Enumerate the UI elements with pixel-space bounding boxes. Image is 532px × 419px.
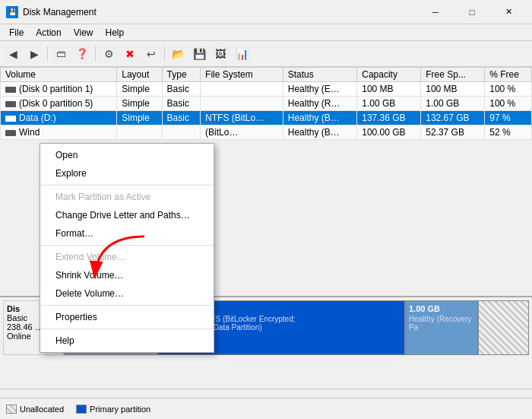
col-layout[interactable]: Layout (117, 68, 162, 82)
context-menu: OpenExploreMark Partition as ActiveChang… (40, 143, 214, 353)
table-row[interactable]: Data (D:)SimpleBasicNTFS (BitLo…Healthy … (1, 111, 532, 125)
toolbar-btn-8[interactable]: 📊 (232, 44, 252, 64)
table-cell: 52.37 GB (421, 125, 485, 140)
seg-title-2: 1.00 GB (409, 304, 474, 313)
legend-unallocated: Unallocated (6, 405, 64, 414)
table-cell: (Disk 0 partition 1) (1, 82, 117, 97)
table-cell: 1.00 GB (421, 97, 485, 111)
col-pct[interactable]: % Free (485, 68, 532, 82)
ctx-item-open[interactable]: Open (40, 146, 214, 164)
table-cell: Basic (162, 111, 201, 125)
menu-file[interactable]: File (3, 26, 30, 40)
toolbar-separator-2 (95, 46, 96, 62)
col-volume[interactable]: Volume (1, 68, 117, 82)
table-cell (162, 125, 201, 140)
ctx-item-delete[interactable]: Delete Volume… (40, 284, 214, 303)
table-cell: Wind (1, 125, 117, 140)
close-button[interactable]: ✕ (491, 0, 526, 24)
table-cell: Healthy (B… (283, 111, 357, 125)
table-cell: 1.00 GB (357, 97, 421, 111)
title-bar: 💾 Disk Management ─ □ ✕ (0, 0, 532, 24)
scrollbar-area[interactable] (0, 389, 532, 398)
table-cell: (BitLo… (201, 125, 283, 140)
menu-action[interactable]: Action (30, 26, 67, 40)
ctx-item-extend: Extend Volume… (40, 248, 214, 266)
minimize-button[interactable]: ─ (418, 0, 453, 24)
toolbar-btn-2[interactable]: ❓ (72, 44, 92, 64)
table-cell: NTFS (BitLo… (201, 111, 283, 125)
ctx-separator (40, 329, 214, 329)
back-button[interactable]: ◀ (3, 44, 23, 64)
table-cell: 100.00 GB (357, 125, 421, 140)
table-cell: Simple (117, 97, 162, 111)
menu-bar: File Action View Help (0, 24, 532, 41)
table-cell (117, 125, 162, 140)
table-cell: 100 MB (357, 82, 421, 97)
main-content: Volume Layout Type File System Status Ca… (0, 67, 532, 398)
app-icon: 💾 (6, 6, 18, 18)
window-controls: ─ □ ✕ (418, 0, 526, 24)
table-cell: Basic (162, 97, 201, 111)
ctx-item-explore[interactable]: Explore (40, 164, 214, 183)
col-filesystem[interactable]: File System (201, 68, 283, 82)
table-cell: Healthy (E… (283, 82, 357, 97)
maximize-button[interactable]: □ (454, 0, 489, 24)
forward-button[interactable]: ▶ (24, 44, 44, 64)
ctx-separator (40, 245, 214, 246)
toolbar-btn-7[interactable]: 🖼 (211, 44, 230, 64)
toolbar-btn-3[interactable]: ⚙ (99, 44, 119, 64)
table-cell: (Disk 0 partition 5) (1, 97, 117, 111)
table-row[interactable]: (Disk 0 partition 5)SimpleBasicHealthy (… (1, 97, 532, 111)
table-cell: 100 % (485, 97, 532, 111)
table-row[interactable]: Wind(BitLo…Healthy (B…100.00 GB52.37 GB5… (1, 125, 532, 140)
disk-segment-3[interactable] (478, 300, 529, 355)
legend-primary-label: Primary partition (90, 405, 150, 414)
table-cell: 52 % (485, 125, 532, 140)
disk-icon (5, 116, 16, 122)
window-title: Disk Management (23, 7, 418, 17)
col-status[interactable]: Status (283, 68, 357, 82)
disk-icon (5, 130, 16, 136)
ctx-item-help[interactable]: Help (40, 332, 214, 350)
toolbar-btn-4[interactable]: ↩ (141, 44, 161, 64)
legend-primary: Primary partition (76, 405, 150, 414)
table-row[interactable]: (Disk 0 partition 1)SimpleBasicHealthy (… (1, 82, 532, 97)
col-free[interactable]: Free Sp... (421, 68, 485, 82)
table-cell: Data (D:) (1, 111, 117, 125)
table-cell: 137.36 GB (357, 111, 421, 125)
table-cell: 100 MB (421, 82, 485, 97)
table-cell: Simple (117, 111, 162, 125)
ctx-item-properties[interactable]: Properties (40, 308, 214, 326)
toolbar-btn-1[interactable]: 🗃 (51, 44, 71, 64)
menu-help[interactable]: Help (100, 26, 131, 40)
ctx-item-mark-active: Mark Partition as Active (40, 188, 214, 206)
toolbar-btn-delete[interactable]: ✖ (120, 44, 140, 64)
table-cell: Healthy (R… (283, 97, 357, 111)
ctx-separator (40, 185, 214, 186)
col-type[interactable]: Type (162, 68, 201, 82)
status-bar: Unallocated Primary partition (0, 398, 532, 419)
legend-primary-box (76, 405, 87, 414)
table-cell: 100 % (485, 82, 532, 97)
ctx-item-shrink[interactable]: Shrink Volume… (40, 266, 214, 284)
toolbar-separator-3 (164, 46, 165, 62)
table-cell: 97 % (485, 111, 532, 125)
table-cell: Basic (162, 82, 201, 97)
toolbar-separator-1 (47, 46, 48, 62)
disk-icon (5, 87, 16, 93)
table-cell (201, 97, 283, 111)
table-cell (201, 82, 283, 97)
table-cell: Healthy (B… (283, 125, 357, 140)
ctx-item-change-letter[interactable]: Change Drive Letter and Paths… (40, 206, 214, 224)
disk-segment-2[interactable]: 1.00 GB Healthy (Recovery Pa (405, 300, 478, 355)
legend-unalloc-box (6, 405, 17, 414)
ctx-item-format[interactable]: Format… (40, 224, 214, 243)
table-cell: 132.67 GB (421, 111, 485, 125)
menu-view[interactable]: View (68, 26, 100, 40)
toolbar: ◀ ▶ 🗃 ❓ ⚙ ✖ ↩ 📂 💾 🖼 📊 (0, 41, 532, 67)
seg-detail-2: Healthy (Recovery Pa (409, 315, 474, 332)
toolbar-btn-6[interactable]: 💾 (189, 44, 209, 64)
col-capacity[interactable]: Capacity (357, 68, 421, 82)
toolbar-btn-5[interactable]: 📂 (168, 44, 188, 64)
legend-unalloc-label: Unallocated (20, 405, 64, 414)
